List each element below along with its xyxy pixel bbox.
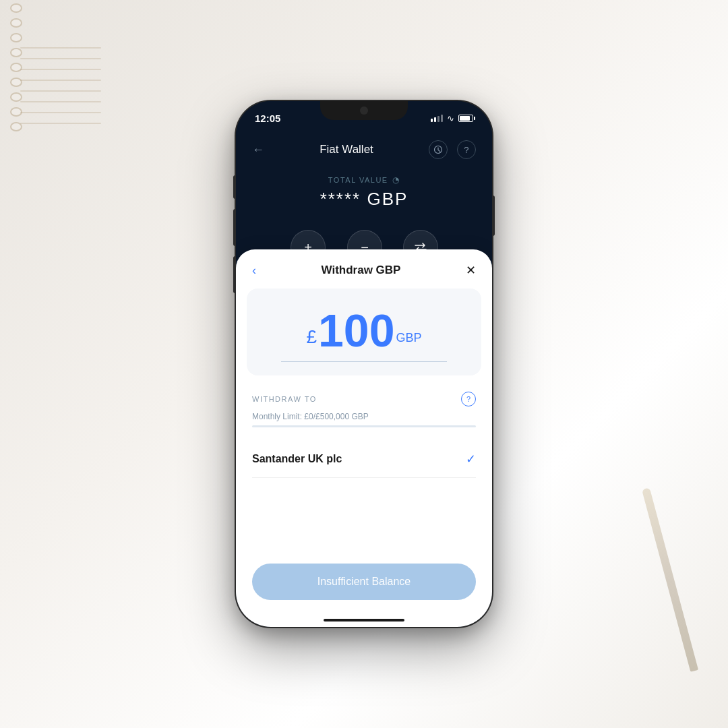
amount-section: £ 100 GBP xyxy=(247,289,481,375)
notch xyxy=(320,101,408,120)
signal-icon xyxy=(431,115,443,122)
wifi-icon: ∿ xyxy=(447,113,454,123)
eye-slash-icon[interactable]: ◔ xyxy=(392,175,400,185)
pen-decoration xyxy=(642,487,698,672)
amount-currency-symbol: £ xyxy=(306,326,317,348)
bottom-sheet: ‹ Withdraw GBP ✕ £ 100 GBP WITHDRAW TO ? xyxy=(236,249,492,627)
home-indicator xyxy=(324,619,404,621)
withdraw-section: WITHDRAW TO ? Monthly Limit: £0/£500,000… xyxy=(236,392,492,478)
balance-amount: ***** GBP xyxy=(252,189,476,210)
withdraw-label-row: WITHDRAW TO ? xyxy=(252,392,476,406)
status-icons: ∿ xyxy=(431,113,473,123)
balance-section: TOTAL VALUE ◔ ***** GBP xyxy=(252,170,476,223)
sheet-header: ‹ Withdraw GBP ✕ xyxy=(236,249,492,289)
amount-display: £ 100 GBP xyxy=(260,307,468,353)
withdraw-info-icon[interactable]: ? xyxy=(461,392,476,406)
help-icon[interactable]: ? xyxy=(457,140,476,159)
balance-label: TOTAL VALUE ◔ xyxy=(252,175,476,185)
sheet-back-button[interactable]: ‹ xyxy=(252,264,256,278)
selected-check-icon: ✓ xyxy=(466,452,476,466)
sheet-title: Withdraw GBP xyxy=(322,264,401,277)
phone-frame: 12:05 ∿ ← xyxy=(236,101,492,627)
phone-button-right xyxy=(492,195,495,236)
limit-bar xyxy=(252,425,476,427)
sheet-close-button[interactable]: ✕ xyxy=(466,263,476,278)
back-button[interactable]: ← xyxy=(252,143,264,157)
cta-button[interactable]: Insufficient Balance xyxy=(252,564,476,600)
wallet-header: ← Fiat Wallet $ ? xyxy=(252,135,476,170)
history-icon[interactable]: $ xyxy=(429,140,448,159)
status-bar: 12:05 ∿ xyxy=(236,101,492,135)
amount-number: 100 xyxy=(318,307,394,353)
wallet-title: Fiat Wallet xyxy=(320,143,373,156)
battery-icon xyxy=(458,115,473,122)
notch-camera xyxy=(360,107,368,115)
bank-name: Santander UK plc xyxy=(252,453,342,465)
header-action-icons: $ ? xyxy=(429,140,476,159)
status-time: 12:05 xyxy=(255,113,280,124)
notebook-decoration xyxy=(0,0,148,148)
withdraw-label: WITHDRAW TO xyxy=(252,395,317,403)
phone-screen: 12:05 ∿ ← xyxy=(236,101,492,627)
amount-underline xyxy=(281,361,447,362)
bank-option-santander[interactable]: Santander UK plc ✓ xyxy=(252,441,476,478)
amount-code: GBP xyxy=(396,331,422,345)
monthly-limit: Monthly Limit: £0/£500,000 GBP xyxy=(252,412,476,421)
